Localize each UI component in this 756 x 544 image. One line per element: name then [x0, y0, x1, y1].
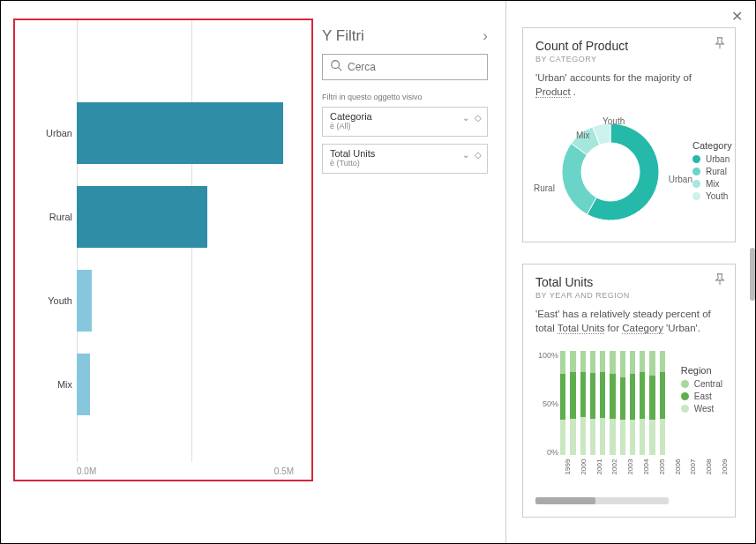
- legend-item[interactable]: East: [681, 391, 722, 401]
- insight-subtitle: BY CATEGORY: [535, 55, 722, 63]
- bar[interactable]: [77, 354, 90, 415]
- stacked-column[interactable]: [620, 351, 625, 455]
- bar-row: Youth: [77, 258, 294, 342]
- legend-item[interactable]: West: [681, 404, 722, 414]
- close-icon[interactable]: ✕: [731, 8, 743, 25]
- stacked-column[interactable]: [649, 351, 655, 455]
- insight-card-product: Count of Product BY CATEGORY 'Urban' acc…: [522, 27, 736, 242]
- donut-chart[interactable]: Youth Mix Rural Urban: [553, 115, 668, 229]
- stacked-column[interactable]: [660, 351, 665, 455]
- filter-card[interactable]: Categoria è (All) ⌄ ◇: [322, 107, 488, 137]
- search-icon: [330, 59, 348, 75]
- bar-label: Youth: [28, 295, 72, 306]
- insight-title: Total Units: [535, 275, 722, 289]
- filters-header[interactable]: Y Filtri ›: [322, 27, 488, 45]
- filter-subtitle: è (All): [330, 122, 480, 130]
- stacked-column[interactable]: [630, 351, 635, 455]
- donut-legend: Category UrbanRuralMixYouth: [692, 140, 732, 204]
- svg-line-1: [339, 68, 342, 71]
- insight-description: 'Urban' accounts for the majority of Pro…: [535, 71, 722, 99]
- bar[interactable]: [77, 270, 92, 332]
- left-pane: UrbanRuralYouthMix 0.0M0.5M Y Filtri › F…: [1, 1, 506, 543]
- svg-point-0: [332, 61, 340, 69]
- bar-row: Mix: [77, 342, 294, 426]
- filter-title: Categoria: [330, 111, 480, 122]
- search-box[interactable]: [322, 54, 488, 80]
- stacked-column[interactable]: [640, 351, 645, 455]
- legend-item[interactable]: Central: [681, 379, 722, 389]
- chevron-down-icon[interactable]: ⌄: [462, 113, 469, 123]
- vertical-scrollbar[interactable]: [750, 248, 755, 301]
- insight-subtitle: BY YEAR AND REGION: [535, 291, 722, 300]
- bar-label: Rural: [28, 212, 72, 222]
- pin-icon[interactable]: [714, 37, 726, 53]
- legend-swatch: [681, 405, 689, 413]
- chevron-right-icon[interactable]: ›: [483, 27, 488, 45]
- insight-title: Count of Product: [535, 39, 722, 53]
- legend-swatch: [681, 380, 689, 388]
- filter-subtitle: è (Tutto): [330, 159, 480, 168]
- stacked-column[interactable]: [570, 351, 575, 455]
- stacked-column[interactable]: [580, 351, 586, 455]
- stacked-legend: Region CentralEastWest: [681, 365, 722, 504]
- stacked-column[interactable]: [600, 351, 605, 455]
- stacked-column[interactable]: [610, 351, 615, 455]
- main-bar-chart[interactable]: UrbanRuralYouthMix 0.0M0.5M: [13, 19, 313, 481]
- bar-row: Rural: [77, 175, 294, 258]
- legend-item[interactable]: Rural: [692, 167, 732, 176]
- insight-card-units: Total Units BY YEAR AND REGION 'East' ha…: [522, 264, 736, 518]
- search-input[interactable]: [348, 61, 480, 73]
- filters-title: Y Filtri: [322, 27, 364, 45]
- stacked-bar-chart[interactable]: 100%50%0% 199920002001200220032004200520…: [560, 351, 665, 474]
- eraser-icon[interactable]: ◇: [475, 113, 482, 123]
- chevron-down-icon[interactable]: ⌄: [462, 150, 469, 160]
- legend-item[interactable]: Mix: [692, 179, 732, 189]
- bar-label: Mix: [28, 379, 72, 390]
- horizontal-scrollbar[interactable]: [535, 497, 669, 504]
- legend-item[interactable]: Youth: [692, 191, 732, 201]
- legend-swatch: [692, 192, 700, 200]
- bar-row: Urban: [77, 91, 294, 175]
- legend-swatch: [692, 180, 700, 188]
- stacked-column[interactable]: [590, 351, 595, 455]
- stacked-column[interactable]: [560, 351, 565, 455]
- filter-title: Total Units: [330, 148, 480, 159]
- legend-swatch: [681, 392, 689, 400]
- bar[interactable]: [77, 186, 207, 248]
- filter-card[interactable]: Total Units è (Tutto) ⌄ ◇: [322, 144, 488, 174]
- insights-pane: ✕ Count of Product BY CATEGORY 'Urban' a…: [506, 1, 755, 543]
- insight-description: 'East' has a relatively steady percent o…: [535, 307, 722, 335]
- eraser-icon[interactable]: ◇: [475, 150, 482, 160]
- filters-section-label: Filtri in questo oggetto visivo: [322, 93, 488, 101]
- filters-panel: Y Filtri › Filtri in questo oggetto visi…: [313, 1, 505, 543]
- legend-swatch: [692, 155, 700, 163]
- bar[interactable]: [77, 102, 283, 164]
- legend-item[interactable]: Urban: [692, 154, 732, 164]
- legend-swatch: [692, 168, 700, 175]
- pin-icon[interactable]: [714, 273, 726, 289]
- bar-label: Urban: [28, 128, 72, 138]
